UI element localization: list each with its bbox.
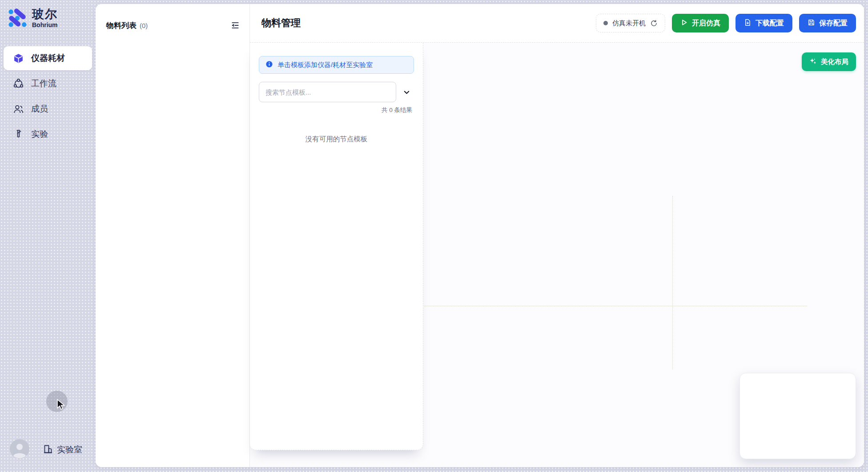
materials-list-count: (0) <box>140 22 148 29</box>
info-icon <box>265 60 273 69</box>
sidebar-item-experiments[interactable]: 实验 <box>4 122 92 146</box>
beautify-layout-label: 美化布局 <box>821 57 848 67</box>
start-simulation-label: 开启仿真 <box>692 19 720 28</box>
result-count: 共 0 条结果 <box>259 106 414 114</box>
hint-banner: 单击模板添加仪器/耗材至实验室 <box>259 56 414 74</box>
collapse-panel-button[interactable] <box>229 19 241 32</box>
building-icon <box>43 444 53 456</box>
brand-name-zh: 玻尔 <box>32 8 58 20</box>
sidebar-footer: 实验室 <box>10 439 82 460</box>
status-dot-icon <box>603 21 608 25</box>
save-config-button[interactable]: 保存配置 <box>799 14 856 32</box>
refresh-status-icon[interactable] <box>650 20 658 27</box>
sidebar-nav: 仪器耗材 工作流 成员 <box>0 46 96 148</box>
mouse-cursor <box>56 399 67 413</box>
sidebar-item-workflow[interactable]: 工作流 <box>4 72 92 96</box>
start-simulation-button[interactable]: 开启仿真 <box>672 14 729 32</box>
sidebar-item-label: 工作流 <box>31 78 56 89</box>
test-tube-icon <box>12 128 24 140</box>
simulation-status-pill[interactable]: 仿真未开机 <box>596 14 665 32</box>
play-icon <box>680 19 688 28</box>
cube-icon <box>12 52 24 64</box>
search-node-template-input[interactable] <box>259 82 396 102</box>
node-template-panel: 单击模板添加仪器/耗材至实验室 共 0 条结果 没有可用的节点模板 <box>250 43 423 450</box>
canvas-guide-line-vertical <box>672 196 673 369</box>
flow-canvas[interactable]: 单击模板添加仪器/耗材至实验室 共 0 条结果 没有可用的节点模板 <box>250 42 864 467</box>
bohrium-logo-icon <box>7 7 28 29</box>
hint-banner-text: 单击模板添加仪器/耗材至实验室 <box>277 61 373 69</box>
sidebar-item-label: 实验 <box>31 128 48 140</box>
avatar[interactable] <box>10 439 29 460</box>
brand: 玻尔 Bohrium <box>0 0 96 29</box>
brand-name-en: Bohrium <box>32 22 58 28</box>
main-header: 物料管理 仿真未开机 <box>250 4 864 42</box>
sidebar-item-members[interactable]: 成员 <box>4 97 92 121</box>
canvas-guide-line-horizontal <box>424 306 807 306</box>
sidebar-item-label: 成员 <box>31 103 48 115</box>
lab-entry[interactable]: 实验室 <box>43 444 82 456</box>
main-area: 物料管理 仿真未开机 <box>250 4 864 467</box>
simulation-status-text: 仿真未开机 <box>612 19 646 28</box>
members-icon <box>12 103 24 115</box>
download-config-button[interactable]: 下载配置 <box>735 14 792 32</box>
file-download-icon <box>744 19 751 28</box>
sparkles-icon <box>809 57 817 67</box>
materials-list-panel: 物料列表 (0) <box>96 4 250 467</box>
beautify-layout-button[interactable]: 美化布局 <box>802 52 856 71</box>
materials-list-title: 物料列表 <box>106 20 137 31</box>
download-config-label: 下载配置 <box>755 19 784 28</box>
sidebar: 玻尔 Bohrium 仪器耗材 工作流 <box>0 0 96 472</box>
content-wrapper: 物料列表 (0) 物料管理 仿真未开机 <box>96 4 864 467</box>
sidebar-item-instruments[interactable]: 仪器耗材 <box>4 46 92 70</box>
save-config-label: 保存配置 <box>819 19 848 28</box>
workflow-icon <box>12 78 24 89</box>
minimap[interactable] <box>739 373 856 459</box>
empty-state-text: 没有可用的节点模板 <box>259 135 414 144</box>
sidebar-item-label: 仪器耗材 <box>31 52 65 64</box>
lab-entry-label: 实验室 <box>57 444 82 456</box>
page-title: 物料管理 <box>261 16 301 30</box>
save-icon <box>808 19 815 28</box>
chevron-down-icon[interactable] <box>399 84 414 100</box>
